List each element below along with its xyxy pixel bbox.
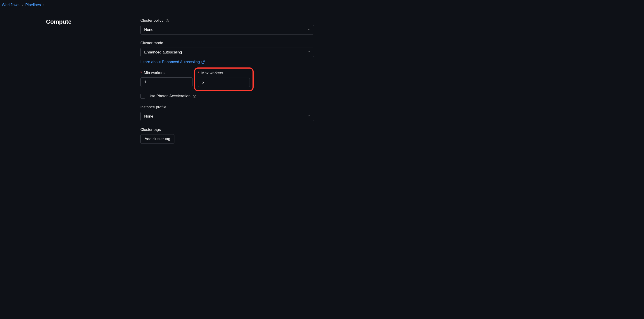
enhanced-autoscaling-link-text: Learn about Enhanced Autoscaling (140, 60, 200, 64)
cluster-policy-label-text: Cluster policy (140, 18, 163, 22)
compute-form: Cluster policy None Cluster mode Enhance… (140, 18, 314, 150)
min-workers-label: * Min workers (140, 70, 193, 75)
cluster-policy-select[interactable]: None (140, 25, 314, 34)
add-cluster-tag-button[interactable]: Add cluster tag (140, 134, 174, 144)
required-asterisk: * (198, 71, 200, 75)
workers-row: * Min workers * Max workers (140, 70, 314, 87)
breadcrumb-workflows[interactable]: Workflows (2, 3, 20, 7)
svg-point-2 (167, 20, 168, 20)
cluster-tags-group: Cluster tags Add cluster tag (140, 128, 314, 144)
svg-point-6 (194, 96, 194, 96)
main-container: Compute Cluster policy None Cluster mode… (46, 10, 640, 150)
instance-profile-label: Instance profile (140, 105, 314, 110)
max-workers-label: * Max workers (198, 71, 250, 75)
min-workers-label-text: Min workers (144, 70, 164, 75)
info-icon[interactable] (166, 19, 170, 23)
info-icon[interactable] (192, 94, 196, 98)
instance-profile-group: Instance profile None (140, 105, 314, 121)
photon-label: Use Photon Acceleration (148, 94, 196, 98)
breadcrumb-separator: › (22, 3, 23, 7)
svg-line-3 (203, 61, 204, 62)
max-workers-label-text: Max workers (201, 71, 223, 75)
breadcrumb: Workflows › Pipelines › (0, 0, 644, 10)
max-workers-highlight: * Max workers (194, 68, 254, 91)
cluster-mode-label: Cluster mode (140, 41, 314, 45)
photon-row: Use Photon Acceleration (140, 94, 314, 98)
min-workers-input[interactable] (140, 78, 193, 87)
cluster-mode-select-wrapper: Enhanced autoscaling (140, 48, 314, 57)
enhanced-autoscaling-link[interactable]: Learn about Enhanced Autoscaling (140, 60, 205, 64)
max-workers-input[interactable] (198, 78, 250, 87)
instance-profile-select-wrapper: None (140, 112, 314, 121)
cluster-policy-select-wrapper: None (140, 25, 314, 34)
external-link-icon (201, 60, 205, 64)
instance-profile-select[interactable]: None (140, 112, 314, 121)
section-title-compute: Compute (46, 18, 140, 150)
cluster-policy-label: Cluster policy (140, 18, 314, 23)
breadcrumb-pipelines[interactable]: Pipelines (25, 3, 41, 7)
photon-label-text: Use Photon Acceleration (148, 94, 190, 98)
breadcrumb-separator: › (43, 3, 44, 7)
cluster-mode-select[interactable]: Enhanced autoscaling (140, 48, 314, 57)
cluster-mode-group: Cluster mode Enhanced autoscaling Learn … (140, 41, 314, 64)
min-workers-field: * Min workers (140, 70, 193, 87)
required-asterisk: * (140, 70, 142, 75)
max-workers-field: * Max workers (198, 70, 250, 87)
cluster-tags-label: Cluster tags (140, 128, 314, 132)
photon-checkbox[interactable] (140, 94, 145, 98)
cluster-policy-group: Cluster policy None (140, 18, 314, 34)
